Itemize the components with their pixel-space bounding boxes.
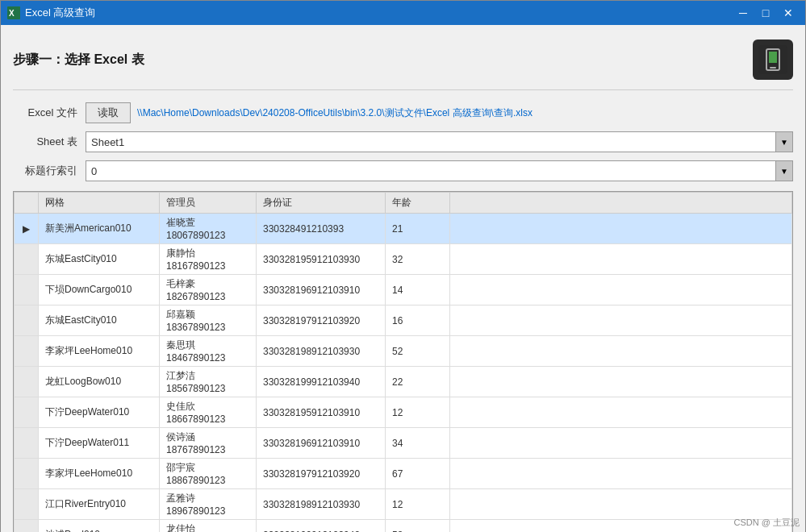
close-button[interactable]: ✕	[778, 5, 799, 21]
excel-file-row: Excel 文件 读取 \\Mac\Home\Downloads\Dev\240…	[13, 102, 793, 123]
row-indicator	[15, 244, 39, 275]
table-row[interactable]: 池浦Pool010龙佳怡 190678901233303281999121039…	[15, 520, 792, 533]
table-row[interactable]: ▶新美洲American010崔晓萱 180678901233303284912…	[15, 214, 792, 244]
table-body: ▶新美洲American010崔晓萱 180678901233303284912…	[15, 214, 792, 533]
cell-guanli: 邵宇宸 18867890123	[160, 459, 257, 489]
cell-guanli: 龙佳怡 19067890123	[160, 520, 257, 533]
title-row-select-wrapper: 0 1 2 ▼	[86, 160, 793, 181]
cell-extra	[450, 489, 792, 520]
sheet-select-wrapper: Sheet1 ▼	[86, 131, 793, 152]
table-row[interactable]: 下泞DeepWater011侯诗涵 1876789012333032819691…	[15, 428, 792, 459]
cell-guanli: 崔晓萱 18067890123	[160, 214, 257, 244]
sheet-input-area: Sheet1 ▼	[86, 131, 793, 152]
cell-extra	[450, 397, 792, 428]
cell-wangge: 东城EastCity010	[39, 244, 160, 275]
cell-wangge: 东城EastCity010	[39, 305, 160, 336]
row-indicator	[15, 397, 39, 428]
title-bar-left: X Excel 高级查询	[7, 6, 95, 20]
cell-nianling: 21	[386, 214, 450, 244]
watermark: CSDN @ 土豆泥	[734, 517, 800, 529]
sheet-row: Sheet 表 Sheet1 ▼	[13, 131, 793, 152]
table-row[interactable]: 下埙DownCargo010毛梓豪 1826789012333032819691…	[15, 275, 792, 305]
cell-guanli: 侯诗涵 18767890123	[160, 428, 257, 459]
title-bar: X Excel 高级查询 ─ □ ✕	[1, 1, 805, 25]
form-area: Excel 文件 读取 \\Mac\Home\Downloads\Dev\240…	[13, 102, 793, 181]
cell-wangge: 下泞DeepWater011	[39, 428, 160, 459]
cell-extra	[450, 459, 792, 489]
table-row[interactable]: 东城EastCity010康静怡 18167890123330328195912…	[15, 244, 792, 275]
col-header-shenfen: 身份证	[257, 193, 386, 214]
cell-shenfen: 330328199912103940	[257, 367, 386, 397]
row-indicator	[15, 367, 39, 397]
table-header-row: 网格 管理员 身份证 年龄	[15, 193, 792, 214]
cell-shenfen: 330328196912103910	[257, 428, 386, 459]
table-row[interactable]: 东城EastCity010邱嘉颖 18367890123330328197912…	[15, 305, 792, 336]
minimize-button[interactable]: ─	[733, 5, 754, 21]
data-table-container: 网格 管理员 身份证 年龄 ▶新美洲American010崔晓萱 1806789…	[13, 191, 793, 532]
row-indicator	[15, 275, 39, 305]
table-row[interactable]: 龙虹LoogBow010江梦洁 185678901233303281999121…	[15, 367, 792, 397]
cell-wangge: 池浦Pool010	[39, 520, 160, 533]
cell-extra	[450, 275, 792, 305]
cell-guanli: 康静怡 18167890123	[160, 244, 257, 275]
cell-nianling: 12	[386, 489, 450, 520]
row-indicator	[15, 459, 39, 489]
step-header: 步骤一：选择 Excel 表	[13, 33, 793, 90]
cell-extra	[450, 305, 792, 336]
table-row[interactable]: 下泞DeepWater010史佳欣 1866789012333032819591…	[15, 397, 792, 428]
restore-button[interactable]: □	[755, 5, 776, 21]
row-indicator	[15, 520, 39, 533]
cell-extra	[450, 428, 792, 459]
read-button[interactable]: 读取	[86, 102, 131, 123]
cell-shenfen: 330328197912103920	[257, 305, 386, 336]
cell-nianling: 22	[386, 367, 450, 397]
sheet-label: Sheet 表	[13, 135, 77, 149]
cell-extra	[450, 244, 792, 275]
cell-guanli: 邱嘉颖 18367890123	[160, 305, 257, 336]
cell-shenfen: 330328196912103910	[257, 275, 386, 305]
title-row-select[interactable]: 0 1 2	[86, 160, 793, 181]
excel-input-area: 读取 \\Mac\Home\Downloads\Dev\240208-Offic…	[86, 102, 793, 123]
cell-guanli: 孟雅诗 18967890123	[160, 489, 257, 520]
cell-wangge: 江口RiverEntry010	[39, 489, 160, 520]
cell-guanli: 江梦洁 18567890123	[160, 367, 257, 397]
cell-extra	[450, 336, 792, 367]
svg-rect-4	[770, 67, 776, 69]
col-header-guanli: 管理员	[160, 193, 257, 214]
table-scroll-area[interactable]: 网格 管理员 身份证 年龄 ▶新美洲American010崔晓萱 1806789…	[14, 192, 792, 532]
row-indicator: ▶	[15, 214, 39, 244]
cell-wangge: 下泞DeepWater010	[39, 397, 160, 428]
title-row-row: 标题行索引 0 1 2 ▼	[13, 160, 793, 181]
col-header-extra	[450, 193, 792, 214]
cell-shenfen: 330328198912103930	[257, 489, 386, 520]
title-row-input-area: 0 1 2 ▼	[86, 160, 793, 181]
table-row[interactable]: 江口RiverEntry010孟雅诗 189678901233303281989…	[15, 489, 792, 520]
cell-guanli: 史佳欣 18667890123	[160, 397, 257, 428]
cell-nianling: 16	[386, 305, 450, 336]
cell-wangge: 龙虹LoogBow010	[39, 367, 160, 397]
col-header-nianling: 年龄	[386, 193, 450, 214]
row-indicator	[15, 489, 39, 520]
col-header-index	[15, 193, 39, 214]
sheet-select[interactable]: Sheet1	[86, 131, 793, 152]
data-table: 网格 管理员 身份证 年龄 ▶新美洲American010崔晓萱 1806789…	[14, 192, 792, 532]
cell-nianling: 12	[386, 397, 450, 428]
file-path-display: \\Mac\Home\Downloads\Dev\240208-OfficeUt…	[137, 106, 793, 120]
cell-extra	[450, 367, 792, 397]
table-row[interactable]: 李家坪LeeHome010秦思琪 18467890123330328198912…	[15, 336, 792, 367]
cell-nianling: 58	[386, 520, 450, 533]
cell-nianling: 34	[386, 428, 450, 459]
svg-rect-5	[769, 52, 777, 63]
window-title: Excel 高级查询	[25, 6, 95, 20]
col-header-wangge: 网格	[39, 193, 160, 214]
step-icon	[753, 39, 793, 80]
main-content: 步骤一：选择 Excel 表 Excel 文件 读取 \\Mac\Home\Do…	[1, 25, 805, 532]
cell-shenfen: 330328197912103920	[257, 459, 386, 489]
cell-shenfen: 330328195912103930	[257, 244, 386, 275]
cell-wangge: 新美洲American010	[39, 214, 160, 244]
cell-wangge: 李家坪LeeHome010	[39, 336, 160, 367]
cell-nianling: 14	[386, 275, 450, 305]
title-row-label: 标题行索引	[13, 164, 77, 178]
table-row[interactable]: 李家坪LeeHome010邵宇宸 18867890123330328197912…	[15, 459, 792, 489]
cell-nianling: 52	[386, 336, 450, 367]
